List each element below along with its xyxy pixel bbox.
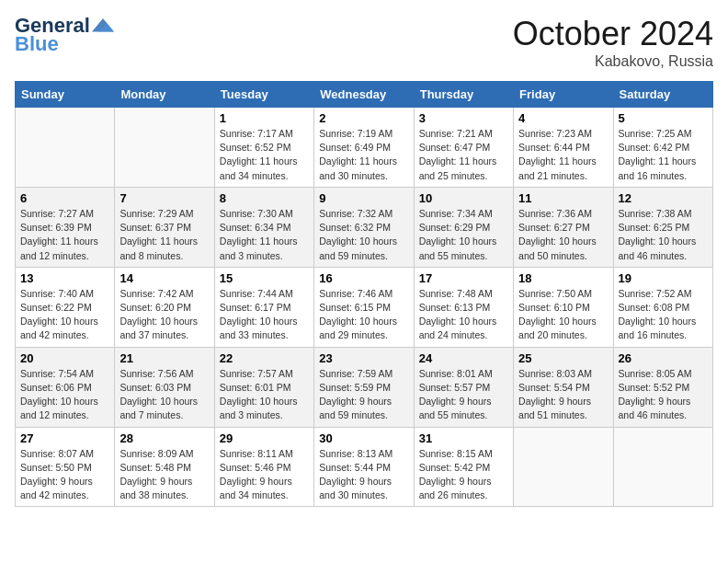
day-cell: 17Sunrise: 7:48 AM Sunset: 6:13 PM Dayli… [414,267,513,347]
day-cell: 20Sunrise: 7:54 AM Sunset: 6:06 PM Dayli… [16,347,115,427]
day-info: Sunrise: 7:57 AM Sunset: 6:01 PM Dayligh… [220,367,309,423]
day-cell: 7Sunrise: 7:29 AM Sunset: 6:37 PM Daylig… [115,187,214,267]
day-number: 25 [518,351,608,365]
day-number: 30 [319,431,408,445]
day-info: Sunrise: 7:32 AM Sunset: 6:32 PM Dayligh… [319,207,408,263]
day-info: Sunrise: 7:44 AM Sunset: 6:17 PM Dayligh… [220,287,309,343]
day-cell: 22Sunrise: 7:57 AM Sunset: 6:01 PM Dayli… [214,347,313,427]
day-info: Sunrise: 7:40 AM Sunset: 6:22 PM Dayligh… [20,287,109,343]
day-cell: 23Sunrise: 7:59 AM Sunset: 5:59 PM Dayli… [314,347,414,427]
day-number: 14 [119,271,209,285]
day-number: 15 [220,271,309,285]
day-cell: 14Sunrise: 7:42 AM Sunset: 6:20 PM Dayli… [115,267,214,347]
month-title: October 2024 [513,15,713,53]
col-header-thursday: Thursday [414,82,513,108]
day-number: 9 [319,191,408,205]
day-info: Sunrise: 7:34 AM Sunset: 6:29 PM Dayligh… [419,207,508,263]
day-cell: 18Sunrise: 7:50 AM Sunset: 6:10 PM Dayli… [514,267,613,347]
day-cell [115,108,214,188]
day-info: Sunrise: 8:15 AM Sunset: 5:42 PM Dayligh… [419,447,508,503]
day-info: Sunrise: 7:50 AM Sunset: 6:10 PM Dayligh… [518,287,608,343]
day-cell: 30Sunrise: 8:13 AM Sunset: 5:44 PM Dayli… [314,427,414,507]
day-cell: 4Sunrise: 7:23 AM Sunset: 6:44 PM Daylig… [514,108,613,188]
day-cell: 8Sunrise: 7:30 AM Sunset: 6:34 PM Daylig… [214,187,313,267]
day-cell: 9Sunrise: 7:32 AM Sunset: 6:32 PM Daylig… [314,187,414,267]
day-number: 28 [119,431,209,445]
day-cell: 26Sunrise: 8:05 AM Sunset: 5:52 PM Dayli… [613,347,712,427]
logo-blue-text: Blue [15,33,59,55]
day-info: Sunrise: 7:17 AM Sunset: 6:52 PM Dayligh… [220,127,309,183]
logo-icon [92,15,114,37]
day-number: 6 [20,191,109,205]
day-number: 19 [619,271,708,285]
week-row-5: 27Sunrise: 8:07 AM Sunset: 5:50 PM Dayli… [16,427,713,507]
title-block: October 2024 Kabakovo, Russia [513,15,713,70]
day-number: 22 [220,351,309,365]
day-cell: 11Sunrise: 7:36 AM Sunset: 6:27 PM Dayli… [514,187,613,267]
day-info: Sunrise: 7:54 AM Sunset: 6:06 PM Dayligh… [20,367,109,423]
day-info: Sunrise: 8:01 AM Sunset: 5:57 PM Dayligh… [419,367,508,423]
day-number: 10 [419,191,508,205]
day-info: Sunrise: 7:56 AM Sunset: 6:03 PM Dayligh… [119,367,209,423]
day-cell: 3Sunrise: 7:21 AM Sunset: 6:47 PM Daylig… [414,108,513,188]
day-cell: 15Sunrise: 7:44 AM Sunset: 6:17 PM Dayli… [214,267,313,347]
day-cell: 19Sunrise: 7:52 AM Sunset: 6:08 PM Dayli… [613,267,712,347]
day-number: 1 [220,111,309,125]
day-number: 24 [419,351,508,365]
page-header: General Blue October 2024 Kabakovo, Russ… [15,15,713,70]
day-info: Sunrise: 7:25 AM Sunset: 6:42 PM Dayligh… [619,127,708,183]
day-number: 18 [518,271,608,285]
day-cell: 10Sunrise: 7:34 AM Sunset: 6:29 PM Dayli… [414,187,513,267]
week-row-1: 1Sunrise: 7:17 AM Sunset: 6:52 PM Daylig… [16,108,713,188]
day-info: Sunrise: 7:21 AM Sunset: 6:47 PM Dayligh… [419,127,508,183]
day-cell: 2Sunrise: 7:19 AM Sunset: 6:49 PM Daylig… [314,108,414,188]
day-cell: 28Sunrise: 8:09 AM Sunset: 5:48 PM Dayli… [115,427,214,507]
day-info: Sunrise: 7:52 AM Sunset: 6:08 PM Dayligh… [619,287,708,343]
day-cell: 13Sunrise: 7:40 AM Sunset: 6:22 PM Dayli… [16,267,115,347]
day-info: Sunrise: 7:19 AM Sunset: 6:49 PM Dayligh… [319,127,408,183]
location-subtitle: Kabakovo, Russia [513,53,713,70]
day-number: 17 [419,271,508,285]
day-number: 20 [20,351,109,365]
week-row-3: 13Sunrise: 7:40 AM Sunset: 6:22 PM Dayli… [16,267,713,347]
calendar-table: SundayMondayTuesdayWednesdayThursdayFrid… [15,81,713,507]
day-number: 12 [619,191,708,205]
day-cell: 24Sunrise: 8:01 AM Sunset: 5:57 PM Dayli… [414,347,513,427]
col-header-wednesday: Wednesday [314,82,414,108]
day-info: Sunrise: 7:29 AM Sunset: 6:37 PM Dayligh… [119,207,209,263]
day-number: 26 [619,351,708,365]
day-number: 11 [518,191,608,205]
day-cell: 25Sunrise: 8:03 AM Sunset: 5:54 PM Dayli… [514,347,613,427]
day-info: Sunrise: 7:48 AM Sunset: 6:13 PM Dayligh… [419,287,508,343]
day-info: Sunrise: 7:42 AM Sunset: 6:20 PM Dayligh… [119,287,209,343]
col-header-monday: Monday [115,82,214,108]
day-number: 27 [20,431,109,445]
day-cell [514,427,613,507]
day-cell: 5Sunrise: 7:25 AM Sunset: 6:42 PM Daylig… [613,108,712,188]
week-row-4: 20Sunrise: 7:54 AM Sunset: 6:06 PM Dayli… [16,347,713,427]
day-cell: 12Sunrise: 7:38 AM Sunset: 6:25 PM Dayli… [613,187,712,267]
day-cell: 16Sunrise: 7:46 AM Sunset: 6:15 PM Dayli… [314,267,414,347]
day-number: 21 [119,351,209,365]
header-row: SundayMondayTuesdayWednesdayThursdayFrid… [16,82,713,108]
day-cell: 1Sunrise: 7:17 AM Sunset: 6:52 PM Daylig… [214,108,313,188]
day-info: Sunrise: 8:13 AM Sunset: 5:44 PM Dayligh… [319,447,408,503]
day-info: Sunrise: 7:36 AM Sunset: 6:27 PM Dayligh… [518,207,608,263]
day-cell: 31Sunrise: 8:15 AM Sunset: 5:42 PM Dayli… [414,427,513,507]
day-info: Sunrise: 8:05 AM Sunset: 5:52 PM Dayligh… [619,367,708,423]
day-info: Sunrise: 7:46 AM Sunset: 6:15 PM Dayligh… [319,287,408,343]
logo: General Blue [15,15,114,55]
day-number: 13 [20,271,109,285]
day-info: Sunrise: 7:27 AM Sunset: 6:39 PM Dayligh… [20,207,109,263]
col-header-friday: Friday [514,82,613,108]
day-cell: 27Sunrise: 8:07 AM Sunset: 5:50 PM Dayli… [16,427,115,507]
week-row-2: 6Sunrise: 7:27 AM Sunset: 6:39 PM Daylig… [16,187,713,267]
day-cell: 29Sunrise: 8:11 AM Sunset: 5:46 PM Dayli… [214,427,313,507]
day-number: 4 [518,111,608,125]
day-number: 8 [220,191,309,205]
col-header-saturday: Saturday [613,82,712,108]
day-info: Sunrise: 7:59 AM Sunset: 5:59 PM Dayligh… [319,367,408,423]
day-number: 31 [419,431,508,445]
day-info: Sunrise: 7:38 AM Sunset: 6:25 PM Dayligh… [619,207,708,263]
day-info: Sunrise: 7:30 AM Sunset: 6:34 PM Dayligh… [220,207,309,263]
